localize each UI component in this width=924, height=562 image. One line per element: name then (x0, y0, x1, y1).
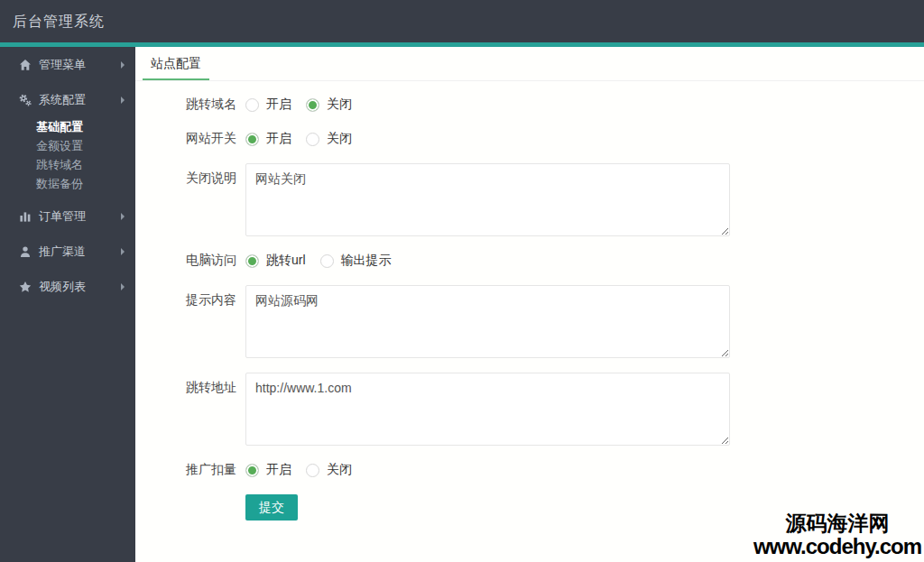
form-row-tip-content: 提示内容 网站源码网 (135, 285, 924, 358)
radio-option-label: 开启 (266, 97, 291, 113)
form-row-close-note: 关闭说明 网站关闭 (135, 163, 924, 236)
field-label: 推广扣量 (135, 462, 245, 478)
system-config-submenu: 基础配置 金额设置 跳转域名 数据备份 (0, 117, 135, 198)
form-row-promo-deduct: 推广扣量 开启 关闭 (135, 460, 924, 480)
cogs-icon (19, 94, 32, 106)
field-label: 跳转域名 (135, 97, 245, 113)
sidebar-item-label: 视频列表 (39, 279, 86, 295)
page: 后台管理系统 管理菜单 系统配置 基础配置 金额设 (0, 0, 924, 562)
radio-group: 开启 关闭 (245, 131, 366, 147)
user-icon (19, 245, 32, 258)
sidebar: 管理菜单 系统配置 基础配置 金额设置 跳转域名 数据备份 (0, 47, 135, 562)
sidebar-item-system-config[interactable]: 系统配置 (0, 82, 135, 117)
submenu-item-amount-settings[interactable]: 金额设置 (0, 136, 135, 155)
submit-button[interactable]: 提交 (245, 494, 298, 521)
chevron-right-icon (121, 97, 125, 104)
radio-option[interactable]: 关闭 (306, 462, 352, 478)
radio-option-label: 关闭 (327, 97, 352, 113)
radio-option-label: 开启 (266, 131, 291, 147)
radio-group: 开启 关闭 (245, 462, 366, 478)
submenu-item-data-backup[interactable]: 数据备份 (0, 174, 135, 193)
tip-content-textarea[interactable]: 网站源码网 (245, 285, 730, 358)
submenu-item-jump-domain[interactable]: 跳转域名 (0, 155, 135, 174)
chevron-right-icon (121, 61, 125, 69)
form-row-pc-access: 电脑访问 跳转url 输出提示 (135, 251, 924, 271)
field-label: 电脑访问 (135, 253, 245, 269)
field-label: 提示内容 (135, 285, 245, 309)
radio-unchecked-icon[interactable] (306, 133, 319, 146)
field-label: 关闭说明 (135, 163, 245, 187)
field-label: 网站开关 (135, 131, 245, 147)
field-label: 跳转地址 (135, 373, 245, 396)
watermark: 源码海洋网 www.codehy.com (753, 512, 921, 557)
radio-option-label: 关闭 (327, 131, 352, 147)
chevron-right-icon (121, 283, 125, 290)
radio-unchecked-icon[interactable] (320, 254, 334, 268)
submenu-item-basic-config[interactable]: 基础配置 (0, 117, 135, 136)
form-row-jump-url: 跳转地址 http://www.1.com (135, 373, 924, 446)
radio-option-label: 关闭 (327, 462, 352, 478)
close-note-textarea[interactable]: 网站关闭 (245, 163, 730, 236)
radio-option[interactable]: 关闭 (306, 131, 352, 147)
star-icon (19, 281, 32, 293)
watermark-site-name: 源码海洋网 (753, 512, 921, 535)
radio-group: 开启 关闭 (245, 97, 366, 113)
radio-group: 跳转url 输出提示 (245, 253, 406, 269)
radio-unchecked-icon[interactable] (245, 98, 259, 112)
header-bar: 后台管理系统 (0, 0, 924, 42)
chevron-right-icon (121, 213, 125, 220)
sidebar-item-video-list[interactable]: 视频列表 (0, 269, 135, 304)
radio-option[interactable]: 开启 (245, 97, 291, 113)
radio-checked-icon[interactable] (245, 133, 259, 146)
sidebar-item-label: 管理菜单 (39, 57, 86, 73)
sidebar-item-label: 系统配置 (39, 92, 86, 108)
radio-option[interactable]: 开启 (245, 462, 291, 478)
sidebar-item-label: 推广渠道 (39, 244, 86, 260)
radio-unchecked-icon[interactable] (306, 464, 319, 477)
radio-option[interactable]: 输出提示 (320, 253, 392, 269)
label-spacer (135, 494, 245, 521)
home-icon (19, 59, 32, 71)
watermark-url: www.codehy.com (753, 535, 921, 557)
main-content: 站点配置 跳转域名 开启 关闭 网站开关 (135, 47, 924, 562)
radio-option[interactable]: 开启 (245, 131, 291, 147)
chevron-right-icon (121, 248, 125, 255)
radio-option-label: 输出提示 (341, 253, 392, 269)
radio-checked-icon[interactable] (245, 464, 259, 477)
app-title: 后台管理系统 (0, 0, 105, 42)
tab-bar: 站点配置 (135, 47, 924, 81)
tab-site-config[interactable]: 站点配置 (143, 47, 209, 80)
jump-url-textarea[interactable]: http://www.1.com (245, 373, 730, 446)
radio-option[interactable]: 跳转url (245, 253, 306, 269)
form-row-jump-domain: 跳转域名 开启 关闭 (135, 95, 924, 115)
radio-option[interactable]: 关闭 (306, 97, 352, 113)
radio-checked-icon[interactable] (306, 98, 319, 112)
radio-checked-icon[interactable] (245, 254, 259, 268)
sidebar-item-promo-channel[interactable]: 推广渠道 (0, 234, 135, 269)
sidebar-item-manage-menu[interactable]: 管理菜单 (0, 47, 135, 82)
radio-option-label: 跳转url (266, 253, 306, 269)
bar-chart-icon (19, 210, 32, 223)
site-config-form: 跳转域名 开启 关闭 网站开关 开启 (135, 81, 924, 521)
form-row-site-switch: 网站开关 开启 关闭 (135, 129, 924, 149)
sidebar-item-label: 订单管理 (39, 208, 86, 225)
sidebar-item-order-manage[interactable]: 订单管理 (0, 198, 135, 234)
radio-option-label: 开启 (266, 462, 291, 478)
